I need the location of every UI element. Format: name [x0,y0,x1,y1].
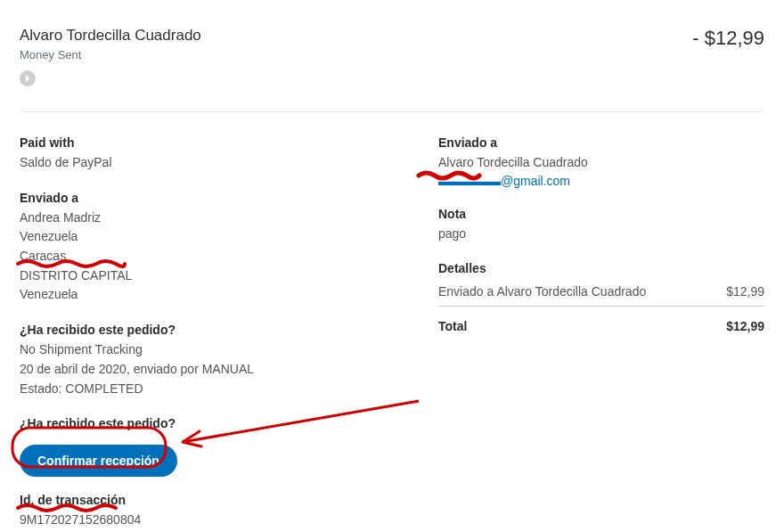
ship-to-block: Enviado a Andrea Madriz Venezuela Caraca… [20,191,403,305]
header-left: Alvaro Tordecilla Cuadrado Money Sent [20,27,201,86]
right-column: Enviado a Alvaro Tordecilla Cuadrado ▬▬▬… [438,135,764,530]
chevron-right-icon[interactable] [20,70,36,86]
details-description: Enviado a Alvaro Tordecilla Cuadrado [438,284,646,299]
sent-to-heading: Enviado a [438,135,764,150]
total-amount: $12,99 [726,319,764,333]
details-heading: Detalles [438,261,764,275]
paid-with-value: Saldo de PayPal [20,153,403,173]
left-column: Paid with Saldo de PayPal Enviado a Andr… [20,135,403,530]
sent-to-name: Alvaro Tordecilla Cuadrado [438,153,764,173]
details-block: Detalles Enviado a Alvaro Tordecilla Cua… [438,261,764,333]
ship-city: Caracas [20,247,403,266]
sent-to-email[interactable]: ▬▬▬▬▬@gmail.com [438,174,570,188]
shipment-status-block: ¿Ha recibido este pedido? No Shipment Tr… [20,323,403,398]
transaction-id-block: Id. de transacción 9M172027152680804 [20,493,403,530]
note-heading: Nota [438,207,764,221]
confirm-block: ¿Ha recibido este pedido? [20,416,403,430]
details-row: Enviado a Alvaro Tordecilla Cuadrado $12… [438,279,764,307]
transaction-id-heading: Id. de transacción [20,493,403,507]
confirm-receipt-button[interactable]: Confirmar recepción [20,445,177,477]
status-line: Estado: COMPLETED [20,380,403,399]
received-question-heading: ¿Ha recibido este pedido? [20,323,403,337]
paid-with-block: Paid with Saldo de PayPal [20,135,403,173]
transaction-header: Alvaro Tordecilla Cuadrado Money Sent - … [20,27,764,112]
total-row: Total $12,99 [438,307,764,333]
ship-name: Andrea Madriz [20,209,403,228]
paid-with-heading: Paid with [20,135,403,150]
email-redacted-prefix: ▬▬▬▬▬ [438,174,501,188]
received-question-heading-2: ¿Ha recibido este pedido? [20,416,403,430]
transaction-type: Money Sent [20,48,201,61]
date-line: 20 de abril de 2020, enviado por MANUAL [20,360,403,380]
details-amount: $12,99 [726,284,764,299]
ship-to-heading: Enviado a [20,191,403,205]
email-suffix: @gmail.com [501,174,570,188]
transaction-id-value: 9M172027152680804 [20,511,403,530]
ship-redacted-line: DISTRITO CAPITAL [20,266,403,286]
sent-to-block: Enviado a Alvaro Tordecilla Cuadrado ▬▬▬… [438,135,764,189]
note-value: pago [438,225,764,244]
note-block: Nota pago [438,207,764,244]
ship-country1: Venezuela [20,227,403,247]
total-label: Total [438,319,467,333]
recipient-name: Alvaro Tordecilla Cuadrado [20,27,201,45]
ship-country2: Venezuela [20,285,403,305]
transaction-amount: - $12,99 [692,27,764,50]
tracking-line: No Shipment Tracking [20,340,403,360]
details-columns: Paid with Saldo de PayPal Enviado a Andr… [20,112,764,530]
